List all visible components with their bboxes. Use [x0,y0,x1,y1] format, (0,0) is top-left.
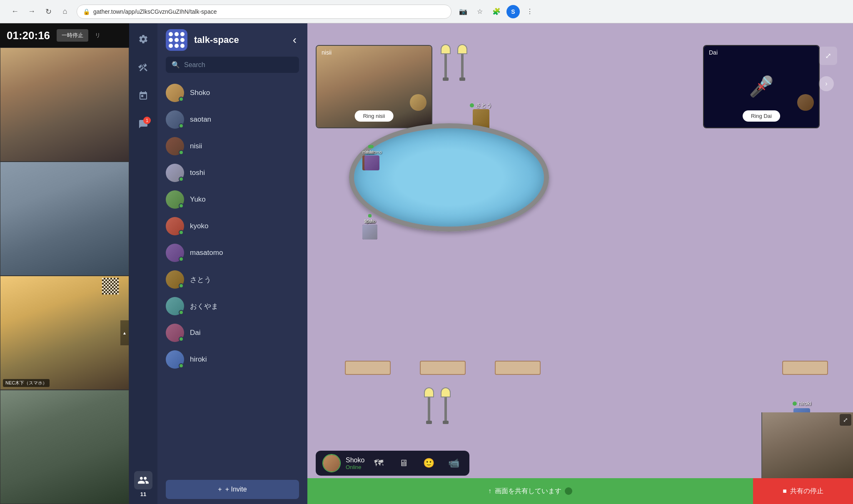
participants-list: Shoko saotan nisii toshi Yuk [157,80,307,475]
forward-button[interactable]: → [25,5,38,18]
game-area: nisii Ring nisii ⤢ Dai 🎤 ✕ Ring Dai › [307,23,853,504]
status-dot-さとう [179,283,184,288]
lamp-pole-2 [461,54,464,77]
status-dot-Yuko [179,203,184,208]
hiroki-label-row: hiroki [793,400,811,407]
search-icon: 🔍 [172,61,180,69]
search-bar[interactable]: 🔍 [166,57,299,73]
toshi-sprite [362,225,377,240]
participant-item-saotan[interactable]: saotan [161,106,304,133]
map-player-masatomo: masatomo [362,145,382,170]
participant-item-kyoko[interactable]: kyoko [161,213,304,240]
participant-name-nisii: nisii [190,142,202,150]
nav-buttons: ← → ↻ ⌂ [8,5,72,18]
share-button[interactable]: ↑ 画面を共有しています [307,478,753,504]
invite-plus-icon: + [218,486,222,493]
search-input[interactable] [184,61,293,69]
participant-item-nisii[interactable]: nisii [161,133,304,160]
qr-code [102,278,119,294]
video-expand-small[interactable]: ⤢ [840,414,851,426]
status-dot-nisii [179,150,184,155]
stop-label: 共有の停止 [790,487,823,496]
resume-label: リ [95,32,100,39]
extensions-icon[interactable]: 🧩 [490,5,503,18]
reload-button[interactable]: ↻ [42,5,55,18]
timer-display: 01:20:16 [7,29,50,42]
avatar-wrap-toshi [166,164,184,182]
next-video-button[interactable]: › [819,76,834,91]
build-button[interactable] [134,58,152,77]
status-dot-kyoko [179,230,184,235]
settings-button[interactable] [134,30,152,48]
avatar-wrap-masatomo [166,244,184,262]
url-text: gather.town/app/uZlksCGvznGuZIhN/talk-sp… [93,8,217,15]
calendar-button[interactable] [134,87,152,105]
avatar-wrap-kyoko [166,217,184,235]
map-player-toshi: toshi [362,214,377,240]
map-button[interactable]: 🗺 [369,454,388,472]
avatar-wrap-さとう [166,270,184,289]
participant-item-Yuko[interactable]: Yuko [161,186,304,213]
round-table-container: Yuko saotan nisii [349,123,566,244]
masatomo-label: masatomo [362,150,382,155]
expand-button[interactable]: ⤢ [819,47,837,65]
avatar-wrap-Shoko [166,84,184,102]
masatomo-sprite [364,155,379,170]
participant-name-hiroki: hiroki [190,355,207,364]
status-dot-saotan [179,123,184,128]
avatar-wrap-saotan [166,110,184,129]
lamp-pole-4 [444,397,447,421]
lamp-base-3 [426,421,432,424]
stop-share-button[interactable]: ■ 共有の停止 [753,478,853,504]
avatar-wrap-Dai [166,324,184,342]
bookmark-icon[interactable]: ☆ [473,5,486,18]
participant-item-toshi[interactable]: toshi [161,160,304,186]
pause-button[interactable]: 一時停止 [57,29,88,42]
lamp-pole-1 [444,54,447,77]
sidebar-back-button[interactable]: ‹ [290,31,299,49]
user-name: Shoko [346,457,364,464]
chrome-actions: 📷 ☆ 🧩 S ⋮ [456,5,536,18]
chat-button[interactable]: 1 [134,115,152,133]
profile-button[interactable]: S [506,5,520,18]
bench-3 [495,361,541,375]
participants-button[interactable] [134,471,152,489]
participant-name-おくやま: おくやま [190,302,218,311]
menu-icon[interactable]: ⋮ [523,5,536,18]
invite-button[interactable]: + + Invite [166,480,299,499]
satou-name: さとう [476,102,492,109]
sidebar-header: talk-space ‹ [157,23,307,57]
back-button[interactable]: ← [8,5,22,18]
participant-name-masatomo: masatomo [190,249,223,257]
video-panel: 01:20:16 一時停止 リ NEC木下（スマホ） ▲ [0,23,129,504]
address-bar[interactable]: 🔒 gather.town/app/uZlksCGvznGuZIhN/talk-… [77,5,451,19]
toshi-dot [368,214,372,217]
avatar-wrap-Yuko [166,190,184,209]
participant-name-saotan: saotan [190,115,211,124]
camera-button[interactable]: 📹 [444,454,463,472]
participant-item-Dai[interactable]: Dai [161,319,304,346]
sidebar: talk-space ‹ 🔍 Shoko saotan n [157,23,307,504]
participant-item-Shoko[interactable]: Shoko [161,80,304,106]
screen-share-button[interactable]: 🖥 [394,454,413,472]
lamp-base-4 [443,421,449,424]
video-cell-3: NEC木下（スマホ） ▲ [0,276,129,390]
video-icon[interactable]: 📷 [456,5,470,18]
status-dot-hiroki [179,363,184,368]
bench-4 [782,361,828,375]
participant-item-おくやま[interactable]: おくやま [161,293,304,319]
lamp-post-1 [441,44,451,77]
participant-name-Dai: Dai [190,329,201,337]
emoji-button[interactable]: 🙂 [419,454,438,472]
satou-label-row: さとう [470,102,492,109]
collapse-handle[interactable]: ▲ [120,320,129,345]
home-button[interactable]: ⌂ [58,5,72,18]
participant-name-Shoko: Shoko [190,89,210,97]
participant-item-hiroki[interactable]: hiroki [161,346,304,373]
participant-item-masatomo[interactable]: masatomo [161,240,304,266]
participant-item-さとう[interactable]: さとう [161,266,304,293]
participants-section: 11 [134,471,152,497]
user-badge: Shoko Online 🗺 🖥 🙂 📹 [316,451,469,476]
video-cell-2 [0,162,129,276]
logo-dot-3 [180,32,185,36]
